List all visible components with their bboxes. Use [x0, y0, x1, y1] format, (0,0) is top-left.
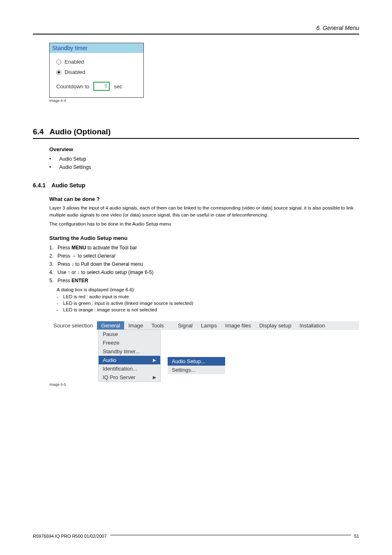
page-header: 6. General Menu: [33, 25, 359, 35]
general-dropdown: Pause Freeze Standby timer... Audio▶ Ide…: [99, 330, 160, 382]
chevron-right-icon: ▶: [153, 358, 156, 362]
overview-list: •Audio Setup •Audio Settings: [49, 155, 359, 171]
subsection-title: Audio Setup: [51, 182, 85, 189]
menubar: Source selection General Image Tools Sig…: [49, 321, 359, 330]
section-title: Audio (Optional): [49, 127, 111, 136]
chevron-right-icon: ▶: [153, 375, 156, 380]
menu-item-freeze[interactable]: Freeze: [99, 339, 160, 347]
step-note: A dialog box is displayed (image 6-6): [57, 286, 359, 293]
tab-lamps[interactable]: Lamps: [197, 321, 221, 330]
step-text: Press MENU to activate the Tool bar: [58, 245, 137, 251]
countdown-label: Countdown to: [56, 83, 89, 90]
countdown-input[interactable]: 5: [93, 82, 110, 91]
radio-label: Enabled: [65, 59, 84, 65]
paragraph: Layer 3 allows the input of 4 audio sign…: [49, 205, 359, 219]
what-heading: What can be done ?: [49, 196, 359, 202]
dialog-title: Standby timer: [50, 43, 143, 53]
menu-item-audio[interactable]: Audio▶: [99, 356, 160, 364]
dash-list: -LED is red : audio input is mute -LED i…: [57, 293, 359, 313]
list-item: LED is orange : image source is not sele…: [63, 307, 157, 312]
list-item: Audio Settings: [59, 164, 91, 170]
paragraph: The configuration has to be done in the …: [49, 221, 359, 228]
submenu-audio-setup[interactable]: Audio Setup...: [168, 357, 225, 366]
audio-submenu: Audio Setup... Settings...: [168, 357, 225, 382]
radio-enabled[interactable]: Enabled: [56, 59, 137, 65]
overview-heading: Overview: [49, 146, 359, 152]
footer-left: R5976694 IQ PRO R500 01/02/2007: [33, 534, 107, 539]
subsection-heading: 6.4.1 Audio Setup: [33, 182, 359, 189]
menu-item-pause[interactable]: Pause: [99, 330, 160, 339]
page-footer: R5976694 IQ PRO R500 01/02/2007 51: [33, 534, 359, 539]
list-item: LED is green : input is active (linked i…: [63, 301, 193, 306]
step-text: Use ↑ or ↓ to select Audio setup (image …: [58, 269, 153, 275]
radio-label: Disabled: [65, 69, 85, 75]
menu-figure: Source selection General Image Tools Sig…: [49, 321, 359, 382]
submenu-settings[interactable]: Settings...: [168, 366, 225, 374]
step-text: Press ENTER: [58, 278, 88, 283]
tab-image-files[interactable]: Image files: [221, 321, 255, 330]
section-heading: 6.4 Audio (Optional): [33, 127, 359, 139]
radio-icon: [56, 70, 61, 75]
page-number: 51: [354, 534, 359, 539]
figure-caption: Image 6-5: [49, 382, 359, 387]
list-item: LED is red : audio input is mute: [63, 294, 129, 299]
section-number: 6.4: [33, 127, 44, 136]
list-item: Audio Setup: [59, 156, 86, 162]
steps-list: 1.Press MENU to activate the Tool bar 2.…: [49, 244, 359, 285]
standby-timer-dialog: Standby timer Enabled Disabled Countdown…: [49, 43, 144, 98]
start-heading: Starting the Audio Setup menu: [49, 235, 359, 241]
menu-item-identification[interactable]: Identification...: [99, 364, 160, 373]
step-text: Press ↓ to Pull down the General menu: [58, 261, 143, 267]
tab-display-setup[interactable]: Display setup: [255, 321, 295, 330]
menu-item-iq-pro-server[interactable]: IQ Pro Server▶: [99, 373, 160, 382]
radio-disabled[interactable]: Disabled: [56, 69, 137, 75]
tab-image[interactable]: Image: [124, 321, 147, 330]
tab-installation[interactable]: Installation: [295, 321, 329, 330]
step-text: Press → to select General: [58, 253, 115, 259]
countdown-unit: sec: [114, 83, 122, 90]
figure-caption: Image 6-4: [49, 99, 359, 103]
tab-tools[interactable]: Tools: [148, 321, 168, 330]
menubar-source[interactable]: Source selection: [49, 321, 97, 330]
subsection-number: 6.4.1: [33, 182, 46, 189]
menu-item-standby-timer[interactable]: Standby timer...: [99, 347, 160, 356]
radio-icon: [56, 60, 61, 64]
tab-signal[interactable]: Signal: [174, 321, 197, 330]
tab-general[interactable]: General: [97, 321, 124, 330]
